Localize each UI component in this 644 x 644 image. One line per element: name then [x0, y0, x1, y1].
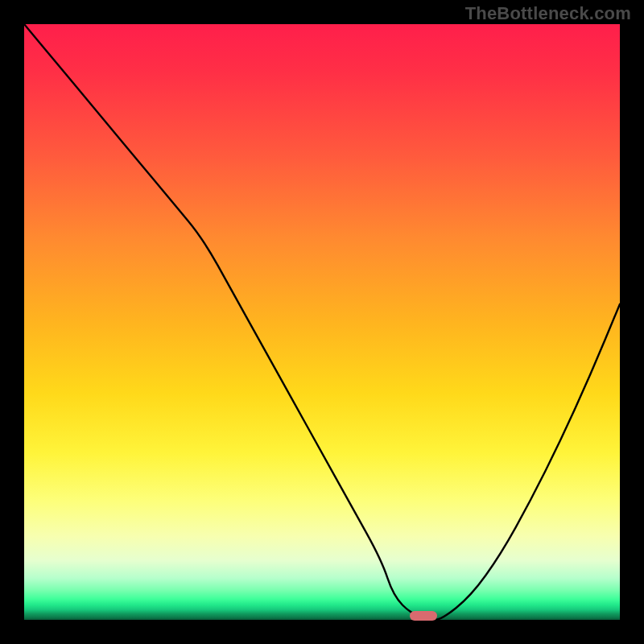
curve-svg — [24, 24, 620, 620]
optimal-marker — [410, 611, 437, 621]
bottleneck-curve — [24, 24, 620, 620]
plot-area — [24, 24, 620, 620]
watermark-text: TheBottleneck.com — [465, 3, 631, 24]
chart-frame: TheBottleneck.com — [0, 0, 644, 644]
